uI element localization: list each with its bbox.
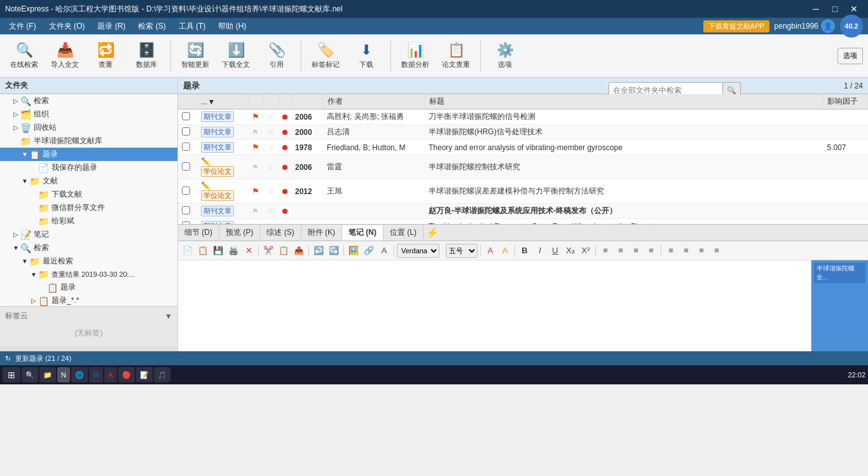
taskbar-word[interactable]: W	[89, 367, 103, 382]
row-flag[interactable]: ⚑	[248, 219, 263, 225]
underline-button[interactable]: U	[548, 244, 562, 258]
sidebar-item-mysaved[interactable]: 📄 我保存的题录	[0, 161, 177, 174]
table-row[interactable]: ✏️ 学位论文 ⚑ ☆ 2012 王旭 半球谐振陀螺误差差建模补偿与力平衡控制方…	[178, 179, 868, 204]
table-row[interactable]: 期刊文章 ⚑ ☆ The Hemispherical Resonator Gyr…	[178, 219, 868, 225]
row-flag[interactable]: ⚑	[248, 155, 263, 179]
sidebar-item-recent-search[interactable]: ▼ 📁 最近检索	[0, 255, 177, 268]
menu-file[interactable]: 文件 (F)	[3, 20, 43, 33]
row-star[interactable]: ☆	[263, 219, 279, 225]
toolbar-smart-update[interactable]: 🔄 智能更新	[176, 38, 214, 74]
taskbar-noteexpress[interactable]: N	[57, 367, 70, 382]
col-year[interactable]	[291, 94, 323, 109]
taskbar-acrobat[interactable]: A	[104, 367, 116, 382]
numbered-list-button[interactable]: ≡	[679, 244, 693, 258]
sidebar-item-records[interactable]: ▼ 📋 题录	[0, 148, 177, 161]
font-size-select[interactable]: 五号	[446, 244, 478, 258]
taskbar-app3[interactable]: 🎵	[154, 367, 170, 382]
sidebar-item-wechat[interactable]: 📁 微信群分享文件	[0, 201, 177, 214]
image-button[interactable]: 🖼️	[347, 244, 361, 258]
row-checkbox[interactable]	[178, 109, 197, 125]
tab-summary[interactable]: 综述 (S)	[260, 225, 301, 240]
toolbar-cite[interactable]: 📎 引用	[258, 38, 296, 74]
row-star[interactable]: ☆	[263, 109, 279, 125]
taskbar-app2[interactable]: 📝	[136, 367, 153, 382]
col-type[interactable]: ...▼	[197, 94, 248, 109]
row-checkbox[interactable]	[178, 140, 197, 155]
undo-button[interactable]: ↩️	[312, 244, 326, 258]
copy-button[interactable]: 📋	[277, 244, 291, 258]
sidebar-item-search2[interactable]: ▼ 🔍 检索	[0, 241, 177, 255]
tab-attachment[interactable]: 附件 (K)	[301, 225, 342, 240]
toolbar-database[interactable]: 🗄️ 数据库	[127, 38, 165, 74]
toolbar-download[interactable]: ⬇ 下载	[347, 38, 385, 74]
menu-tools[interactable]: 工具 (T)	[172, 20, 212, 33]
tab-note[interactable]: 笔记 (N)	[342, 225, 383, 241]
toolbar-options[interactable]: ⚙️ 选项	[486, 38, 524, 74]
menu-help[interactable]: 帮助 (H)	[212, 20, 252, 33]
toolbar-online-search[interactable]: 🔍 在线检索	[5, 38, 43, 74]
italic-button[interactable]: I	[533, 244, 547, 258]
label-header[interactable]: 标签云 ▼	[5, 309, 172, 323]
user-info[interactable]: pengbin1996 👤	[775, 19, 835, 33]
tab-detail[interactable]: 细节 (D)	[178, 225, 219, 240]
increase-indent-button[interactable]: ≡	[710, 244, 724, 258]
taskbar-app1[interactable]: 🔴	[118, 367, 135, 382]
sidebar-item-records-wild[interactable]: ▷ 📋 题录_*.*	[0, 294, 177, 306]
records-table-wrap[interactable]: ...▼ 作者 标题 影响因子 期刊文章	[178, 94, 868, 224]
row-star[interactable]: ☆	[263, 204, 279, 219]
toolbar-paper-check[interactable]: 📋 论文查重	[437, 38, 475, 74]
tab-location[interactable]: 位置 (L)	[383, 225, 424, 240]
row-checkbox[interactable]	[178, 125, 197, 140]
save-button[interactable]: 💾	[211, 244, 225, 258]
taskbar-search[interactable]: 🔍	[22, 367, 38, 382]
maximize-button[interactable]: □	[826, 2, 844, 16]
font-color-button[interactable]: A	[483, 244, 497, 258]
row-flag[interactable]: ⚑	[248, 109, 263, 125]
align-left-button[interactable]: ≡	[598, 244, 612, 258]
toolbar-data-analysis[interactable]: 📊 数据分析	[396, 38, 434, 74]
minimize-button[interactable]: ─	[807, 2, 825, 16]
note-tag[interactable]: 半球谐振陀螺全...	[814, 263, 865, 283]
more-icon[interactable]: ⚡	[425, 225, 440, 241]
close-button[interactable]: ✕	[845, 2, 863, 16]
print-button[interactable]: 🖨️	[226, 244, 240, 258]
col-author[interactable]: 作者	[323, 94, 425, 109]
row-flag[interactable]: ⚑	[248, 179, 263, 204]
decrease-indent-button[interactable]: ≡	[694, 244, 708, 258]
row-flag[interactable]: ⚑	[248, 204, 263, 219]
taskbar-files[interactable]: 📁	[39, 367, 56, 382]
row-star[interactable]: ☆	[263, 179, 279, 204]
font-select[interactable]: Verdana	[397, 244, 439, 258]
sidebar-item-records2[interactable]: 📋 题录	[0, 281, 177, 294]
sidebar-item-dup-result[interactable]: ▼ 📁 查重结果 2019-03-30 20:...	[0, 268, 177, 281]
taskbar-browser[interactable]: 🌐	[71, 367, 88, 382]
redo-button[interactable]: ↪️	[327, 244, 341, 258]
sidebar-item-search[interactable]: ▷ 🔍 检索	[0, 94, 177, 108]
sidebar-scroll[interactable]	[0, 346, 177, 351]
row-checkbox[interactable]	[178, 219, 197, 225]
sidebar-item-hrg-lib[interactable]: 📁 半球谐振陀螺文献库	[0, 134, 177, 148]
highlight-button[interactable]: A	[498, 244, 512, 258]
align-right-button[interactable]: ≡	[629, 244, 643, 258]
justify-button[interactable]: ≡	[644, 244, 658, 258]
row-star[interactable]: ☆	[263, 125, 279, 140]
download-app-button[interactable]: 下载青提文献APP	[703, 20, 769, 32]
table-row[interactable]: 期刊文章 ⚑ ☆ 2000 吕志清 半球谐振陀螺(HRG)信号处理技术	[178, 125, 868, 140]
row-checkbox[interactable]	[178, 155, 197, 179]
subscript-button[interactable]: X₂	[563, 244, 577, 258]
table-row[interactable]: 期刊文章 ⚑ ☆ 1978 Friedland, B; Hutton, M Th…	[178, 140, 868, 155]
sidebar-item-notes[interactable]: ▷ 📝 笔记	[0, 228, 177, 241]
sidebar-item-download-lit[interactable]: 📁 下载文献	[0, 188, 177, 201]
toolbar-import-fulltext[interactable]: 📥 导入全文	[46, 38, 84, 74]
sidebar-item-recycle[interactable]: ▷ 🗑️ 回收站	[0, 121, 177, 134]
toolbar-download-fulltext[interactable]: ⬇️ 下载全文	[217, 38, 255, 74]
sidebar-item-organize[interactable]: ▷ 🗂️ 组织	[0, 108, 177, 121]
note-editor[interactable]	[178, 260, 811, 351]
open-button[interactable]: 📋	[196, 244, 210, 258]
table-row[interactable]: 期刊文章 ⚑ ☆ 2006 高胜利; 吴尚形; 张福勇 刀半衡半球谐振陀螺的信号…	[178, 109, 868, 125]
tab-preview[interactable]: 预览 (P)	[219, 225, 260, 240]
row-checkbox[interactable]	[178, 179, 197, 204]
row-star[interactable]: ☆	[263, 140, 279, 155]
col-controls[interactable]	[178, 94, 197, 109]
superscript-button[interactable]: X²	[579, 244, 593, 258]
